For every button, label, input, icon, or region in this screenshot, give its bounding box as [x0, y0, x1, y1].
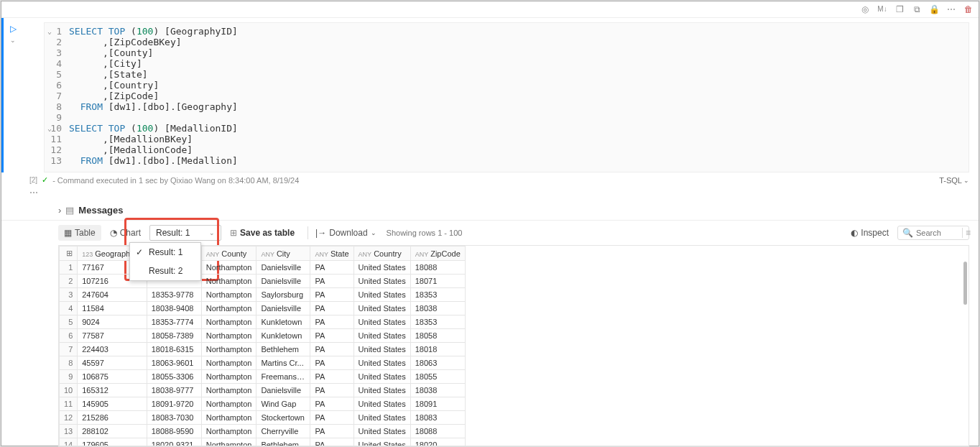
cell: 18038	[410, 302, 465, 315]
cell: Freemansb...	[256, 370, 310, 384]
cell-index: [2]	[29, 176, 37, 184]
language-selector[interactable]: T-SQL⌄	[939, 176, 969, 185]
table-row[interactable]: 84559718063-9601NorthamptonMartins Cr...…	[60, 356, 466, 370]
column-header[interactable]: ANYState	[310, 246, 353, 261]
table-row[interactable]: 41158418038-9408NorthamptonDanielsvilleP…	[60, 302, 466, 315]
cell: Northampton	[201, 384, 256, 397]
cell: 18083-7030	[147, 411, 201, 425]
save-as-table-button[interactable]: ⊞ Save as table	[224, 225, 300, 241]
lock-icon[interactable]: 🔒	[929, 4, 939, 14]
table-row[interactable]: 1328810218088-9590NorthamptonCherryville…	[60, 425, 466, 438]
cell: Saylorsburg	[256, 288, 310, 302]
cell: 18020	[410, 438, 465, 447]
cell: Northampton	[201, 343, 256, 356]
cell: 18038-9408	[147, 302, 201, 315]
cell: United States	[353, 343, 410, 356]
cell: United States	[353, 425, 410, 438]
run-icon[interactable]: ▷	[10, 24, 17, 34]
cell: Northampton	[201, 425, 256, 438]
table-row[interactable]: 2107216NorthamptonDanielsvillePAUnited S…	[60, 275, 466, 288]
result-select[interactable]: Result: 1 ⌄	[149, 225, 221, 241]
tab-chart[interactable]: ◔ Chart	[104, 225, 147, 241]
table-row[interactable]: 722440318018-6315NorthamptonBethlehemPAU…	[60, 343, 466, 356]
column-header[interactable]: ANYCountry	[353, 246, 410, 261]
run-dropdown-icon[interactable]: ⌄	[10, 37, 16, 44]
cell: 18088	[410, 261, 465, 275]
table-row[interactable]: 67758718058-7389NorthamptonKunkletownPAU…	[60, 329, 466, 343]
cell: PA	[310, 315, 353, 329]
inspect-button[interactable]: ◐ Inspect	[851, 228, 889, 238]
cell: 18353	[410, 288, 465, 302]
cell: PA	[310, 261, 353, 275]
result-dropdown-menu: ✓Result: 1Result: 2	[129, 242, 201, 281]
result-option[interactable]: Result: 2	[130, 262, 200, 280]
filter-icon[interactable]: ≡	[962, 228, 971, 238]
cell: 9024	[78, 315, 147, 329]
download-button[interactable]: |→ Download ⌄	[315, 228, 376, 238]
table-row[interactable]: 1221528618083-7030NorthamptonStockertown…	[60, 411, 466, 425]
cell: Northampton	[201, 329, 256, 343]
cell: PA	[310, 329, 353, 343]
cell: United States	[353, 384, 410, 397]
cell: PA	[310, 411, 353, 425]
table-row[interactable]: 5902418353-7774NorthamptonKunkletownPAUn…	[60, 315, 466, 329]
cell: United States	[353, 438, 410, 447]
record-icon[interactable]: ◎	[860, 4, 870, 14]
scrollbar-thumb[interactable]	[963, 262, 967, 305]
cell: Northampton	[201, 356, 256, 370]
cell: Northampton	[201, 411, 256, 425]
table-row[interactable]: 1114590518091-9720NorthamptonWind GapPAU…	[60, 397, 466, 411]
cell: United States	[353, 302, 410, 315]
cell: Martins Cr...	[256, 356, 310, 370]
table-row[interactable]: 1417960518020-9321NorthamptonBethlehemPA…	[60, 438, 466, 447]
cell: 288102	[78, 425, 147, 438]
cell: United States	[353, 411, 410, 425]
cell: United States	[353, 288, 410, 302]
cell: 18091-9720	[147, 397, 201, 411]
bookmark-icon[interactable]: ❐	[895, 4, 905, 14]
markdown-icon[interactable]: M↓	[877, 4, 887, 14]
cell: Danielsville	[256, 384, 310, 397]
cell: United States	[353, 356, 410, 370]
cell: PA	[310, 288, 353, 302]
cell: 18088-9590	[147, 425, 201, 438]
cell: 18058	[410, 329, 465, 343]
tab-table[interactable]: ▦ Table	[58, 225, 101, 241]
cell: 18353	[410, 315, 465, 329]
search-input[interactable]	[916, 229, 959, 237]
cell: United States	[353, 315, 410, 329]
more-dots[interactable]: ⋯	[1, 188, 979, 198]
search-icon: 🔍	[902, 228, 913, 238]
cell: 18083	[410, 411, 465, 425]
table-row[interactable]: 324760418353-9778NorthamptonSaylorsburgP…	[60, 288, 466, 302]
cell: PA	[310, 384, 353, 397]
table-icon: ▦	[64, 228, 72, 238]
check-icon: ✓	[42, 175, 48, 185]
search-input-wrap[interactable]: 🔍 ≡	[897, 226, 969, 240]
divider	[308, 226, 308, 239]
column-header[interactable]: ANYCity	[256, 246, 310, 261]
column-header[interactable]: ANYCounty	[201, 246, 256, 261]
table-row[interactable]: 910687518055-3306NorthamptonFreemansb...…	[60, 370, 466, 384]
table-row[interactable]: 177167NorthamptonDanielsvillePAUnited St…	[60, 261, 466, 275]
cell: PA	[310, 356, 353, 370]
select-all-corner[interactable]: ⊞	[60, 246, 78, 261]
cell: 18353-7774	[147, 315, 201, 329]
delete-icon[interactable]: 🗑	[963, 4, 974, 14]
cell: 18055	[410, 370, 465, 384]
messages-expand-icon[interactable]: ›	[58, 205, 61, 216]
code-editor[interactable]: 1⌄SELECT TOP (100) [GeographyID]2 ,[ZipC…	[44, 22, 969, 172]
cell: 247604	[78, 288, 147, 302]
column-header[interactable]: ANYZipCode	[410, 246, 465, 261]
more-icon[interactable]: ⋯	[946, 4, 956, 14]
table-row[interactable]: 1016531218038-9777NorthamptonDanielsvill…	[60, 384, 466, 397]
cell: Bethlehem	[256, 438, 310, 447]
rows-showing: Showing rows 1 - 100	[387, 229, 463, 237]
cell: 18091	[410, 397, 465, 411]
cell: 18018	[410, 343, 465, 356]
cell: 45597	[78, 356, 147, 370]
cell: Danielsville	[256, 261, 310, 275]
result-option[interactable]: ✓Result: 1	[130, 243, 200, 262]
cell: Northampton	[201, 397, 256, 411]
copy-icon[interactable]: ⧉	[912, 4, 922, 14]
